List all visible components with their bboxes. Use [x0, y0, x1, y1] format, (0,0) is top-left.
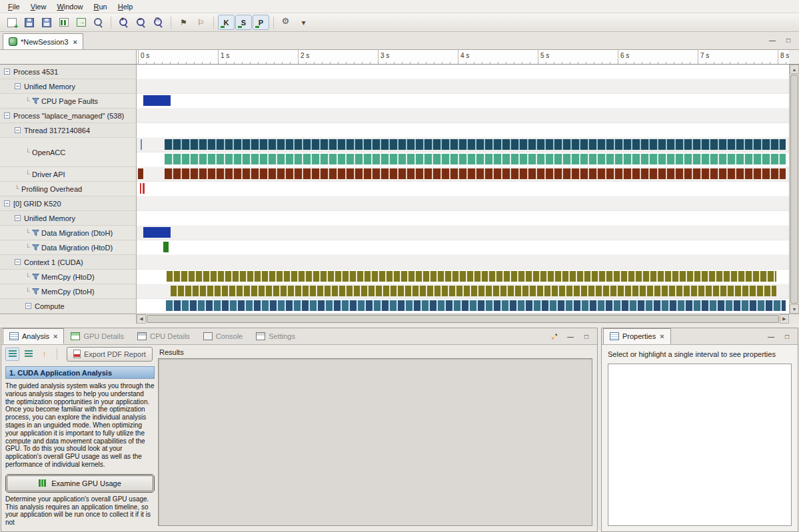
timeline-bar[interactable]	[165, 168, 786, 179]
timeline-row-label[interactable]: └Data Migration (DtoH)	[0, 226, 137, 240]
timeline-row-label[interactable]: −Thread 3172140864	[0, 123, 137, 138]
timeline-lane[interactable]	[137, 226, 789, 240]
scroll-right-icon[interactable]: ▶	[780, 314, 789, 324]
timeline-lane[interactable]	[137, 123, 789, 138]
zoom-in-button[interactable]: +	[115, 15, 132, 30]
timeline-bar[interactable]	[165, 154, 786, 164]
tab-settings[interactable]: Settings	[249, 328, 302, 344]
save-timeline-button[interactable]	[38, 15, 55, 30]
timeline-row-label[interactable]: └Data Migration (HtoD)	[0, 240, 137, 255]
query-button[interactable]	[90, 15, 107, 30]
timeline-lane[interactable]	[137, 167, 789, 182]
timeline-row-label[interactable]: └MemCpy (HtoD)	[0, 270, 137, 284]
timeline-lane[interactable]	[137, 79, 789, 94]
timeline-row-label[interactable]: −Context 1 (CUDA)	[0, 255, 137, 270]
run-analysis-dropdown-button[interactable]: ▾	[295, 15, 312, 30]
collapse-icon[interactable]: −	[15, 259, 21, 265]
timeline-row-label[interactable]: −Compute	[0, 299, 137, 314]
maximize-button[interactable]: □	[581, 332, 592, 341]
run-analysis-button[interactable]	[278, 15, 295, 30]
timeline-lane[interactable]	[137, 211, 789, 226]
timeline-lane[interactable]	[137, 284, 789, 299]
promote-analysis-button[interactable]: ↑	[37, 348, 51, 361]
collapse-icon[interactable]: −	[25, 303, 31, 309]
timeline-bar[interactable]	[143, 95, 171, 106]
unguided-analysis-button[interactable]	[21, 348, 35, 361]
marker-prev-button[interactable]: ⚐	[193, 15, 209, 30]
minimize-button[interactable]: —	[766, 332, 776, 341]
timeline-bar[interactable]	[143, 183, 144, 194]
collapse-icon[interactable]: −	[4, 113, 10, 119]
timeline-lane[interactable]	[137, 255, 789, 270]
timeline-row-label[interactable]: −[0] GRID K520	[0, 196, 137, 211]
tab-console[interactable]: Console	[197, 328, 249, 344]
timeline-lane[interactable]	[137, 65, 789, 79]
timeline-bar[interactable]	[140, 183, 141, 194]
timeline-lane[interactable]	[137, 138, 789, 152]
timeline-lane[interactable]	[137, 196, 789, 211]
show-metrics-button[interactable]	[55, 15, 72, 30]
menu-view[interactable]: View	[25, 1, 52, 12]
maximize-button[interactable]: □	[783, 35, 794, 45]
collapse-icon[interactable]: −	[15, 215, 21, 221]
timeline-lane[interactable]	[137, 109, 789, 123]
timeline-row-label[interactable]: └Profiling Overhead	[0, 182, 137, 196]
new-session-button[interactable]	[3, 15, 20, 30]
timeline-bar[interactable]	[171, 286, 776, 296]
timeline-lane[interactable]	[137, 94, 789, 109]
timeline-bar[interactable]	[138, 168, 143, 179]
menu-window[interactable]: Window	[51, 1, 88, 12]
timeline-bar[interactable]	[143, 227, 171, 238]
timeline-row-label[interactable]: −Process 4531	[0, 65, 137, 79]
view-menu-icon[interactable]	[549, 332, 560, 341]
menu-run[interactable]: Run	[89, 1, 113, 12]
horizontal-scroll-thumb[interactable]	[147, 315, 779, 323]
close-icon[interactable]: ×	[660, 332, 664, 340]
guided-analysis-button[interactable]	[5, 348, 19, 361]
collapse-icon[interactable]: −	[4, 69, 10, 75]
toggle-process-button[interactable]: P	[253, 15, 269, 30]
close-icon[interactable]: ×	[73, 38, 77, 46]
tab-cpu-details[interactable]: CPU Details	[131, 328, 197, 344]
tab-analysis[interactable]: Analysis×	[3, 328, 64, 344]
toggle-kernel-button[interactable]: K	[218, 15, 235, 30]
close-icon[interactable]: ×	[53, 332, 57, 340]
vertical-scroll-thumb[interactable]	[790, 75, 798, 304]
timeline-ruler[interactable]: 0 s1 s2 s3 s4 s5 s6 s7 s8 s	[137, 50, 789, 65]
timeline-row-label[interactable]: └CPU Page Faults	[0, 94, 137, 109]
collapse-icon[interactable]: −	[4, 200, 10, 206]
scroll-down-icon[interactable]: ▼	[790, 304, 799, 314]
export-pdf-button[interactable]: Export PDF Report	[67, 347, 153, 362]
vertical-scrollbar[interactable]: ▲ ▼	[789, 65, 799, 314]
collapse-icon[interactable]: −	[15, 83, 21, 89]
tab-properties[interactable]: Properties ×	[603, 328, 671, 344]
timeline-row-label[interactable]: └MemCpy (DtoH)	[0, 284, 137, 299]
timeline-lane[interactable]	[137, 182, 789, 196]
session-tab[interactable]: *NewSession3 ×	[3, 33, 83, 49]
timeline-row-label[interactable]: −Unified Memory	[0, 211, 137, 226]
zoom-out-button[interactable]: −	[133, 15, 149, 30]
minimize-button[interactable]: —	[767, 35, 778, 45]
marker-next-button[interactable]: ⚑	[175, 15, 192, 30]
timeline-bar[interactable]	[167, 271, 776, 282]
timeline-row-label[interactable]: └Driver API	[0, 167, 137, 182]
examine-gpu-usage-button[interactable]: Examine GPU Usage	[7, 475, 153, 491]
toggle-stream-button[interactable]: S	[235, 15, 252, 30]
tab-gpu-details[interactable]: GPU Details	[64, 328, 131, 344]
maximize-button[interactable]: □	[782, 332, 792, 341]
scroll-left-icon[interactable]: ◀	[137, 314, 146, 324]
timeline-bar[interactable]	[165, 139, 786, 150]
timeline-bar[interactable]	[166, 300, 786, 311]
zoom-fit-button[interactable]: □	[150, 15, 167, 30]
timeline-bar[interactable]	[141, 139, 142, 150]
timeline-row-label[interactable]: └OpenACC	[0, 138, 137, 167]
collapse-icon[interactable]: −	[15, 127, 21, 133]
export-data-button[interactable]	[73, 15, 89, 30]
timeline-lane[interactable]	[137, 152, 789, 167]
timeline-row-label[interactable]: −Unified Memory	[0, 79, 137, 94]
minimize-button[interactable]: —	[565, 332, 576, 341]
timeline-bar[interactable]	[163, 242, 168, 252]
timeline-lane[interactable]	[137, 240, 789, 255]
timeline-lane[interactable]	[137, 270, 789, 284]
timeline-lane[interactable]	[137, 299, 789, 314]
